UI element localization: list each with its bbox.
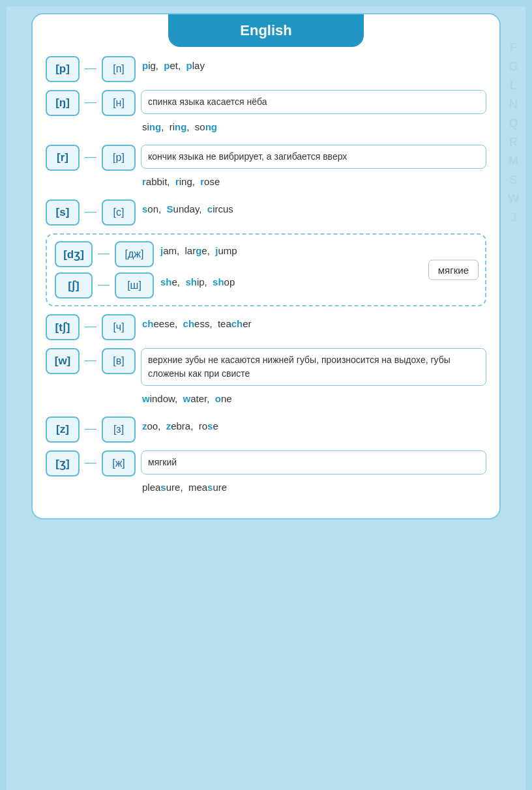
russian-dz: [дж] <box>115 241 154 267</box>
russian-tch: [ч] <box>102 314 136 340</box>
arrow-s: — <box>85 205 96 218</box>
russian-s: [с] <box>102 199 136 226</box>
example-zh: pleasure, measure <box>141 478 486 497</box>
content-z: zoo, zebra, rose <box>141 417 486 436</box>
letter-L: L <box>510 77 517 95</box>
arrow-p: — <box>85 61 96 75</box>
example-dz: jam, large, jump <box>159 241 477 261</box>
letter-F: F <box>510 39 517 57</box>
arrow-zh: — <box>85 456 96 469</box>
example-ng: sing, ring, song <box>141 117 486 137</box>
soft-label: мягкие <box>428 260 479 280</box>
russian-zh: [ж] <box>102 450 136 476</box>
arrow-r: — <box>85 150 96 164</box>
letter-M: M <box>509 153 518 170</box>
russian-w: [в] <box>102 348 136 374</box>
example-w: window, water, one <box>141 389 486 409</box>
example-r: rabbit, ring, rose <box>141 172 486 192</box>
arrow-tch: — <box>85 319 96 333</box>
russian-p: [п] <box>102 56 136 82</box>
example-s: son, Sunday, circus <box>141 199 486 219</box>
russian-r: [р] <box>102 145 136 171</box>
row-ng: [ŋ] — [н] спинка языка касается нёба sin… <box>46 90 486 137</box>
content-ng: спинка языка касается нёба sing, ring, s… <box>141 90 486 137</box>
arrow-dz: — <box>98 246 110 260</box>
row-dz: [dʒ] — [дж] jam, large, jump <box>55 241 477 267</box>
desc-w: верхние зубы не касаются нижней губы, пр… <box>141 348 486 386</box>
page-title: English <box>240 22 291 38</box>
phonetic-tch: [tʃ] <box>46 314 80 340</box>
letter-R: R <box>509 134 518 151</box>
russian-sh: [ш] <box>115 272 154 299</box>
letter-G: G <box>509 58 518 76</box>
russian-z: [з] <box>102 417 136 443</box>
arrow-w: — <box>85 353 96 367</box>
letter-S: S <box>509 171 517 189</box>
phonetic-zh: [ʒ] <box>46 450 80 476</box>
phonetic-ng: [ŋ] <box>46 90 80 116</box>
phonetic-z: [z] <box>46 417 80 443</box>
row-z: [z] — [з] zoo, zebra, rose <box>46 417 486 443</box>
content-dz: jam, large, jump <box>159 241 477 261</box>
content-r: кончик языка не вибрирует, а загибается … <box>141 145 486 192</box>
main-card: English [p] — [п] pig, pet, play [ŋ] <box>31 13 501 519</box>
letter-N: N <box>509 96 518 113</box>
phonetic-w: [w] <box>46 348 80 374</box>
phonetic-sh: [ʃ] <box>55 272 93 299</box>
content-w: верхние зубы не касаются нижней губы, пр… <box>141 348 486 409</box>
arrow-z: — <box>85 422 96 435</box>
letter-W: W <box>508 190 519 208</box>
arrow-sh: — <box>98 278 110 291</box>
row-s: [s] — [с] son, Sunday, circus <box>46 199 486 226</box>
row-zh: [ʒ] — [ж] мягкий pleasure, measure <box>46 450 486 497</box>
page-background: F G L N Q R M S W J English [p] — [п] pi… <box>7 7 525 790</box>
desc-r: кончик языка не вибрирует, а загибается … <box>141 145 486 169</box>
phonetic-dz: [dʒ] <box>55 241 93 267</box>
side-alphabet: F G L N Q R M S W J <box>508 39 519 227</box>
desc-ng: спинка языка касается нёба <box>141 90 486 114</box>
soft-group: мягкие [dʒ] — [дж] jam, large, jump <box>46 233 486 306</box>
row-w: [w] — [в] верхние зубы не касаются нижне… <box>46 348 486 409</box>
row-sh: [ʃ] — [ш] she, ship, shop <box>55 272 477 299</box>
phonetic-s: [s] <box>46 199 80 226</box>
phonetic-r: [r] <box>46 145 80 171</box>
example-p: pig, pet, play <box>141 56 486 76</box>
content-tch: cheese, chess, teacher <box>141 314 486 334</box>
phonetic-p: [p] <box>46 56 80 82</box>
example-tch: cheese, chess, teacher <box>141 314 486 334</box>
letter-J: J <box>510 209 516 227</box>
content-p: pig, pet, play <box>141 56 486 76</box>
table-area: [p] — [п] pig, pet, play [ŋ] — [н] спинк… <box>33 47 499 518</box>
content-s: son, Sunday, circus <box>141 199 486 219</box>
row-r: [r] — [р] кончик языка не вибрирует, а з… <box>46 145 486 192</box>
russian-ng: [н] <box>102 90 136 116</box>
row-p: [p] — [п] pig, pet, play <box>46 56 486 82</box>
desc-zh: мягкий <box>141 450 486 475</box>
content-zh: мягкий pleasure, measure <box>141 450 486 497</box>
row-tch: [tʃ] — [ч] cheese, chess, teacher <box>46 314 486 340</box>
arrow-ng: — <box>85 95 96 109</box>
example-z: zoo, zebra, rose <box>141 417 486 436</box>
letter-Q: Q <box>509 115 518 132</box>
